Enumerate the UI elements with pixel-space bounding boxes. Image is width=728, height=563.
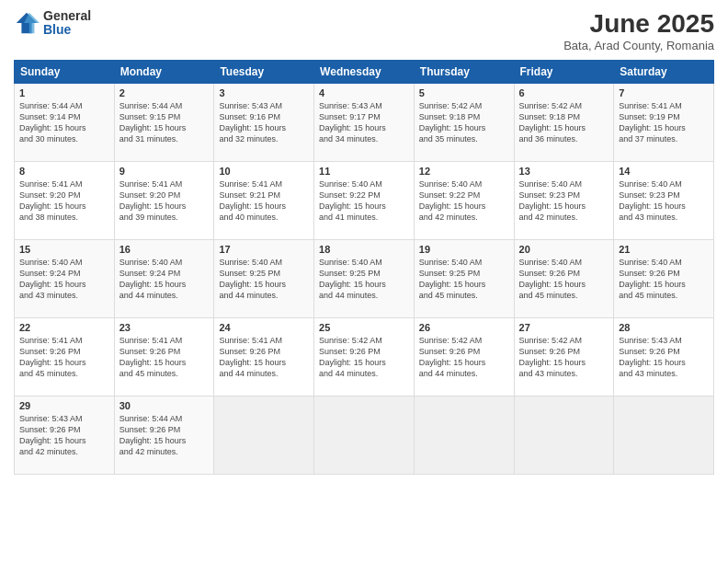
calendar-cell-4-2 xyxy=(214,396,314,475)
header-wednesday: Wednesday xyxy=(314,61,415,84)
day-info-0-2: Sunrise: 5:43 AM Sunset: 9:16 PM Dayligh… xyxy=(219,100,309,145)
calendar-cell-2-2: 17Sunrise: 5:40 AM Sunset: 9:25 PM Dayli… xyxy=(214,240,314,318)
calendar-cell-0-4: 5Sunrise: 5:42 AM Sunset: 9:18 PM Daylig… xyxy=(414,84,514,162)
calendar-cell-4-6 xyxy=(614,396,714,475)
logo-text: General Blue xyxy=(43,9,91,38)
calendar-cell-1-0: 8Sunrise: 5:41 AM Sunset: 9:20 PM Daylig… xyxy=(15,162,115,240)
month-year-title: June 2025 xyxy=(563,9,714,39)
day-number-0-1: 2 xyxy=(119,87,210,98)
page-header: General Blue June 2025 Bata, Arad County… xyxy=(14,9,714,52)
calendar-cell-3-5: 27Sunrise: 5:42 AM Sunset: 9:26 PM Dayli… xyxy=(514,318,614,396)
location-subtitle: Bata, Arad County, Romania xyxy=(563,39,714,52)
day-info-4-0: Sunrise: 5:43 AM Sunset: 9:26 PM Dayligh… xyxy=(19,413,109,458)
logo-icon xyxy=(14,10,40,36)
calendar-cell-1-1: 9Sunrise: 5:41 AM Sunset: 9:20 PM Daylig… xyxy=(114,162,214,240)
day-number-0-4: 5 xyxy=(419,87,509,98)
calendar-cell-3-3: 25Sunrise: 5:42 AM Sunset: 9:26 PM Dayli… xyxy=(314,318,415,396)
calendar-cell-1-2: 10Sunrise: 5:41 AM Sunset: 9:21 PM Dayli… xyxy=(214,162,314,240)
day-number-3-4: 26 xyxy=(419,322,509,333)
day-info-3-0: Sunrise: 5:41 AM Sunset: 9:26 PM Dayligh… xyxy=(19,335,109,380)
day-number-1-5: 13 xyxy=(519,166,609,177)
day-number-2-4: 19 xyxy=(419,244,509,255)
day-number-3-6: 28 xyxy=(619,322,709,333)
day-number-2-6: 21 xyxy=(619,244,709,255)
day-number-1-1: 9 xyxy=(119,166,210,177)
calendar-cell-2-1: 16Sunrise: 5:40 AM Sunset: 9:24 PM Dayli… xyxy=(114,240,214,318)
day-info-0-1: Sunrise: 5:44 AM Sunset: 9:15 PM Dayligh… xyxy=(119,100,210,145)
day-info-1-2: Sunrise: 5:41 AM Sunset: 9:21 PM Dayligh… xyxy=(219,178,309,224)
header-sunday: Sunday xyxy=(15,61,115,84)
calendar-cell-0-1: 2Sunrise: 5:44 AM Sunset: 9:15 PM Daylig… xyxy=(114,84,214,162)
week-row-2: 15Sunrise: 5:40 AM Sunset: 9:24 PM Dayli… xyxy=(15,240,714,318)
week-row-3: 22Sunrise: 5:41 AM Sunset: 9:26 PM Dayli… xyxy=(15,318,714,396)
calendar-cell-2-3: 18Sunrise: 5:40 AM Sunset: 9:25 PM Dayli… xyxy=(314,240,415,318)
calendar-cell-2-0: 15Sunrise: 5:40 AM Sunset: 9:24 PM Dayli… xyxy=(15,240,115,318)
calendar-cell-0-6: 7Sunrise: 5:41 AM Sunset: 9:19 PM Daylig… xyxy=(614,84,714,162)
calendar-cell-3-4: 26Sunrise: 5:42 AM Sunset: 9:26 PM Dayli… xyxy=(414,318,514,396)
header-friday: Friday xyxy=(514,61,614,84)
calendar-cell-4-5 xyxy=(514,396,614,475)
day-info-1-3: Sunrise: 5:40 AM Sunset: 9:22 PM Dayligh… xyxy=(319,178,409,224)
calendar-cell-0-2: 3Sunrise: 5:43 AM Sunset: 9:16 PM Daylig… xyxy=(214,84,314,162)
header-thursday: Thursday xyxy=(414,61,514,84)
calendar-cell-4-1: 30Sunrise: 5:44 AM Sunset: 9:26 PM Dayli… xyxy=(114,396,214,475)
calendar-cell-0-5: 6Sunrise: 5:42 AM Sunset: 9:18 PM Daylig… xyxy=(514,84,614,162)
day-info-2-2: Sunrise: 5:40 AM Sunset: 9:25 PM Dayligh… xyxy=(219,257,309,302)
day-info-3-4: Sunrise: 5:42 AM Sunset: 9:26 PM Dayligh… xyxy=(419,335,509,380)
day-number-3-3: 25 xyxy=(319,322,409,333)
logo: General Blue xyxy=(14,9,91,38)
day-number-1-3: 11 xyxy=(319,166,409,177)
day-info-1-0: Sunrise: 5:41 AM Sunset: 9:20 PM Dayligh… xyxy=(19,178,109,224)
day-info-1-5: Sunrise: 5:40 AM Sunset: 9:23 PM Dayligh… xyxy=(519,178,609,224)
calendar-cell-1-3: 11Sunrise: 5:40 AM Sunset: 9:22 PM Dayli… xyxy=(314,162,415,240)
day-info-0-4: Sunrise: 5:42 AM Sunset: 9:18 PM Dayligh… xyxy=(419,100,509,145)
day-number-0-5: 6 xyxy=(519,87,609,98)
day-number-1-2: 10 xyxy=(219,166,309,177)
day-number-1-0: 8 xyxy=(19,166,109,177)
day-info-2-3: Sunrise: 5:40 AM Sunset: 9:25 PM Dayligh… xyxy=(319,257,409,302)
day-info-0-5: Sunrise: 5:42 AM Sunset: 9:18 PM Dayligh… xyxy=(519,100,609,145)
day-info-0-6: Sunrise: 5:41 AM Sunset: 9:19 PM Dayligh… xyxy=(619,100,709,145)
week-row-1: 8Sunrise: 5:41 AM Sunset: 9:20 PM Daylig… xyxy=(15,162,714,240)
calendar-table: Sunday Monday Tuesday Wednesday Thursday… xyxy=(14,60,714,475)
day-number-0-0: 1 xyxy=(19,87,109,98)
calendar-cell-3-2: 24Sunrise: 5:41 AM Sunset: 9:26 PM Dayli… xyxy=(214,318,314,396)
day-number-2-3: 18 xyxy=(319,244,409,255)
calendar-header-row: Sunday Monday Tuesday Wednesday Thursday… xyxy=(15,61,714,84)
day-info-2-4: Sunrise: 5:40 AM Sunset: 9:25 PM Dayligh… xyxy=(419,257,509,302)
day-number-2-2: 17 xyxy=(219,244,309,255)
calendar-cell-1-4: 12Sunrise: 5:40 AM Sunset: 9:22 PM Dayli… xyxy=(414,162,514,240)
day-info-3-3: Sunrise: 5:42 AM Sunset: 9:26 PM Dayligh… xyxy=(319,335,409,380)
calendar-cell-1-5: 13Sunrise: 5:40 AM Sunset: 9:23 PM Dayli… xyxy=(514,162,614,240)
week-row-4: 29Sunrise: 5:43 AM Sunset: 9:26 PM Dayli… xyxy=(15,396,714,475)
day-number-2-1: 16 xyxy=(119,244,210,255)
header-tuesday: Tuesday xyxy=(214,61,314,84)
day-info-3-1: Sunrise: 5:41 AM Sunset: 9:26 PM Dayligh… xyxy=(119,335,210,380)
day-info-1-1: Sunrise: 5:41 AM Sunset: 9:20 PM Dayligh… xyxy=(119,178,210,224)
calendar-cell-2-6: 21Sunrise: 5:40 AM Sunset: 9:26 PM Dayli… xyxy=(614,240,714,318)
calendar-cell-4-3 xyxy=(314,396,415,475)
calendar-cell-3-1: 23Sunrise: 5:41 AM Sunset: 9:26 PM Dayli… xyxy=(114,318,214,396)
day-number-4-0: 29 xyxy=(19,400,109,411)
day-number-0-2: 3 xyxy=(219,87,309,98)
logo-general: General xyxy=(43,9,91,23)
day-info-0-0: Sunrise: 5:44 AM Sunset: 9:14 PM Dayligh… xyxy=(19,100,109,145)
calendar-cell-1-6: 14Sunrise: 5:40 AM Sunset: 9:23 PM Dayli… xyxy=(614,162,714,240)
day-number-3-5: 27 xyxy=(519,322,609,333)
day-info-2-0: Sunrise: 5:40 AM Sunset: 9:24 PM Dayligh… xyxy=(19,257,109,302)
day-number-3-1: 23 xyxy=(119,322,210,333)
calendar-cell-3-0: 22Sunrise: 5:41 AM Sunset: 9:26 PM Dayli… xyxy=(15,318,115,396)
calendar-cell-0-0: 1Sunrise: 5:44 AM Sunset: 9:14 PM Daylig… xyxy=(15,84,115,162)
day-number-0-3: 4 xyxy=(319,87,409,98)
day-info-1-4: Sunrise: 5:40 AM Sunset: 9:22 PM Dayligh… xyxy=(419,178,509,224)
header-saturday: Saturday xyxy=(614,61,714,84)
day-info-3-2: Sunrise: 5:41 AM Sunset: 9:26 PM Dayligh… xyxy=(219,335,309,380)
day-info-2-5: Sunrise: 5:40 AM Sunset: 9:26 PM Dayligh… xyxy=(519,257,609,302)
day-info-1-6: Sunrise: 5:40 AM Sunset: 9:23 PM Dayligh… xyxy=(619,178,709,224)
logo-blue: Blue xyxy=(43,23,91,37)
day-number-2-5: 20 xyxy=(519,244,609,255)
calendar-cell-4-4 xyxy=(414,396,514,475)
day-number-4-1: 30 xyxy=(119,400,210,411)
day-number-1-4: 12 xyxy=(419,166,509,177)
day-number-3-2: 24 xyxy=(219,322,309,333)
